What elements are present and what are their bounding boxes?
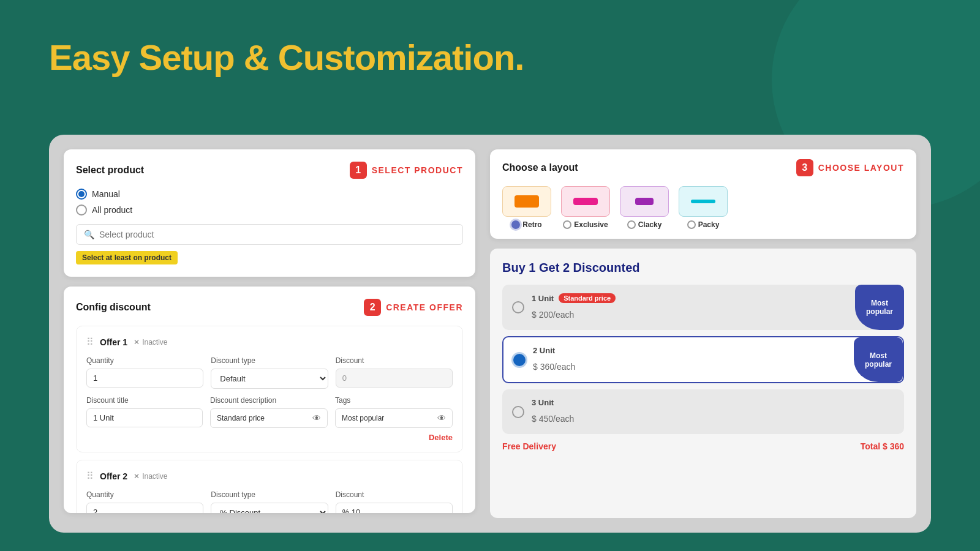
- offer-1-discount-type-group: Discount type Default % Discount: [211, 356, 328, 389]
- offer-2-name: Offer 2: [100, 471, 127, 481]
- offer-1-tags-label: Tags: [335, 396, 453, 405]
- radio-manual[interactable]: Manual: [76, 189, 463, 200]
- preview-title: Buy 1 Get 2 Discounted: [502, 261, 904, 275]
- offer-1-tags-wrap: 👁: [335, 408, 453, 428]
- preview-offer-2-radio: [513, 354, 526, 366]
- layout-clacky-preview: [620, 186, 669, 217]
- product-warning-badge: Select at least on product: [76, 251, 178, 264]
- offer-1-title-input[interactable]: [86, 408, 203, 427]
- layout-exclusive[interactable]: Exclusive: [561, 186, 610, 229]
- layout-retro[interactable]: Retro: [502, 186, 551, 229]
- product-search-wrap[interactable]: 🔍: [76, 224, 463, 245]
- offer-1-discount-label: Discount: [336, 356, 453, 365]
- offer-1-tags-group: Tags 👁: [335, 396, 453, 428]
- product-search-input[interactable]: [99, 230, 455, 239]
- preview-offer-1-price: $ 200/each: [532, 305, 894, 321]
- choose-layout-badge: 3 CHOOSE LAYOUT: [796, 159, 904, 176]
- layout-packy-radio: Packy: [687, 220, 720, 229]
- packy-icon: [691, 200, 715, 203]
- offer-2-discount-label: Discount: [336, 490, 453, 499]
- offer-1-quantity-input[interactable]: [86, 369, 203, 388]
- step-1-number: 1: [350, 162, 367, 179]
- offer-1-desc-group: Discount description 👁: [210, 396, 328, 428]
- radio-manual-label: Manual: [92, 189, 120, 199]
- step-3-label: CHOOSE LAYOUT: [818, 163, 904, 173]
- offer-1-name: Offer 1: [100, 337, 127, 347]
- offer-1-tags-input[interactable]: [342, 414, 434, 422]
- select-product-card: Select product 1 SELECT PRODUCT Manual A…: [64, 149, 475, 277]
- preview-offer-2-popular: Most popular: [854, 337, 903, 382]
- preview-offer-1-unit: 1 Unit: [532, 294, 554, 303]
- device-frame: Select product 1 SELECT PRODUCT Manual A…: [49, 135, 931, 533]
- layout-packy-dot: [687, 220, 696, 229]
- layout-retro-dot: [511, 220, 520, 229]
- layout-exclusive-radio: Exclusive: [563, 220, 608, 229]
- preview-offer-2-unit: 2 Unit: [533, 346, 555, 355]
- preview-offer-2[interactable]: 2 Unit $ 360/each Most popular: [502, 336, 904, 383]
- offer-2-item: ⠿ Offer 2 ✕ Inactive Quantity: [76, 460, 463, 513]
- preview-offer-2-details: 2 Unit $ 360/each: [533, 346, 893, 373]
- config-discount-title: Config discount: [76, 302, 151, 313]
- preview-card: Buy 1 Get 2 Discounted 1 Unit Standard p…: [490, 249, 916, 518]
- eye-icon-tags-1[interactable]: 👁: [437, 413, 446, 423]
- layout-options-group: Retro Exclusive: [502, 186, 904, 229]
- left-column: Select product 1 SELECT PRODUCT Manual A…: [64, 149, 475, 518]
- preview-offer-1-popular: Most popular: [855, 285, 904, 330]
- preview-offer-1-badge: Standard price: [559, 293, 616, 303]
- layout-clacky[interactable]: Clacky: [620, 186, 669, 229]
- offer-2-discount-type-group: Discount type % Discount Default: [211, 490, 328, 513]
- select-product-badge: 1 SELECT PRODUCT: [350, 162, 463, 179]
- eye-icon-1[interactable]: 👁: [312, 413, 321, 423]
- offer-2-discount-type-select[interactable]: % Discount Default: [211, 503, 328, 513]
- offer-2-status: ✕ Inactive: [134, 472, 167, 481]
- offer-2-quantity-group: Quantity: [86, 490, 203, 513]
- offer-1-title-label: Discount title: [86, 396, 203, 405]
- preview-offer-3-price: $ 450/each: [532, 410, 894, 425]
- delete-offer-1-button[interactable]: Delete: [86, 433, 453, 442]
- step-2-label: CREATE OFFER: [386, 302, 463, 312]
- drag-icon-1[interactable]: ⠿: [86, 336, 94, 348]
- layout-exclusive-label: Exclusive: [574, 220, 608, 229]
- layout-retro-radio: Retro: [511, 220, 541, 229]
- create-offer-badge: 2 CREATE OFFER: [364, 299, 463, 316]
- layout-clacky-radio: Clacky: [627, 220, 662, 229]
- choose-layout-title: Choose a layout: [502, 162, 578, 173]
- layout-packy[interactable]: Packy: [679, 186, 728, 229]
- free-delivery-label: Free Delivery: [502, 441, 556, 451]
- close-icon-1: ✕: [134, 338, 140, 347]
- offer-2-discount-type-label: Discount type: [211, 490, 328, 499]
- drag-icon-2[interactable]: ⠿: [86, 470, 94, 482]
- radio-all-circle: [76, 204, 87, 216]
- right-column: Choose a layout 3 CHOOSE LAYOUT Retro: [490, 149, 916, 518]
- offer-1-status: ✕ Inactive: [134, 338, 167, 347]
- offer-1-desc-label: Discount description: [210, 396, 328, 405]
- radio-all-product[interactable]: All product: [76, 204, 463, 216]
- retro-icon: [514, 195, 539, 208]
- preview-offer-3[interactable]: 3 Unit $ 450/each: [502, 389, 904, 434]
- offer-2-quantity-label: Quantity: [86, 490, 203, 499]
- search-icon: 🔍: [84, 230, 94, 239]
- offer-1-discount-input[interactable]: [336, 369, 453, 388]
- offer-2-quantity-input[interactable]: [86, 503, 203, 513]
- preview-offer-2-price: $ 360/each: [533, 358, 893, 373]
- config-discount-card: Config discount 2 CREATE OFFER ⠿ Offer 1…: [64, 287, 475, 513]
- preview-footer: Free Delivery Total $ 360: [502, 441, 904, 451]
- preview-offer-3-unit: 3 Unit: [532, 398, 554, 407]
- offer-1-discount-group: Discount: [336, 356, 453, 389]
- step-3-number: 3: [796, 159, 813, 176]
- offer-1-desc-input[interactable]: [217, 414, 309, 422]
- preview-offer-1[interactable]: 1 Unit Standard price $ 200/each Most po…: [502, 285, 904, 330]
- offer-2-discount-input[interactable]: [336, 503, 453, 513]
- radio-all-label: All product: [92, 205, 132, 215]
- close-icon-2: ✕: [134, 472, 140, 481]
- offer-1-quantity-group: Quantity: [86, 356, 203, 389]
- preview-offer-1-radio: [512, 301, 524, 313]
- select-product-title: Select product: [76, 165, 144, 176]
- offer-1-item: ⠿ Offer 1 ✕ Inactive Quantity: [76, 326, 463, 452]
- offer-1-title-group: Discount title: [86, 396, 203, 428]
- offer-1-discount-type-select[interactable]: Default % Discount: [211, 369, 328, 389]
- radio-manual-circle: [76, 189, 87, 200]
- product-type-radio-group: Manual All product: [76, 189, 463, 216]
- page-title: Easy Setup & Customization.: [49, 37, 524, 78]
- offer-1-desc-wrap: 👁: [210, 408, 328, 428]
